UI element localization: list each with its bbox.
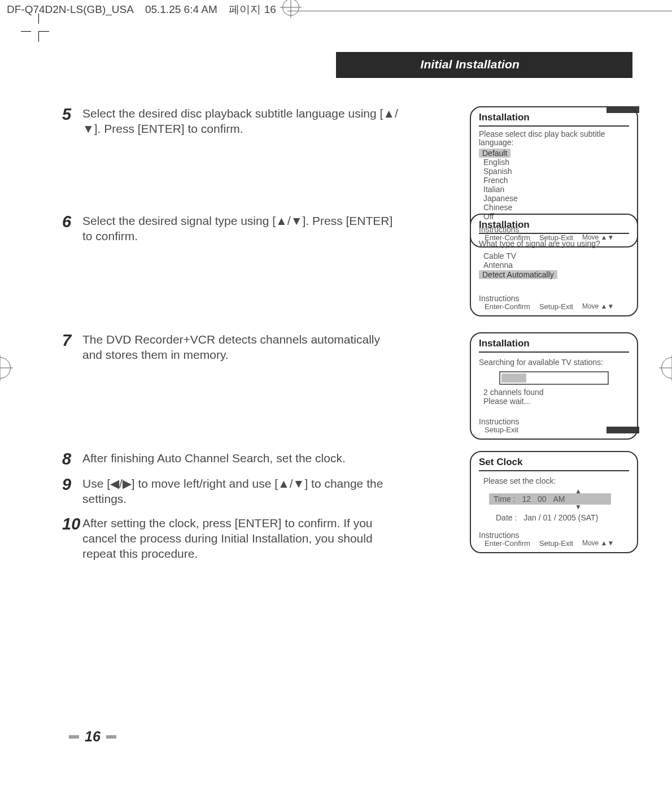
registration-mark-icon (280, 777, 306, 790)
clock-hour[interactable]: 12 (522, 494, 531, 503)
osd-wait: Please wait... (479, 397, 629, 406)
osd-footer: Enter-Confirm Setup-Exit Move ▲▼ (479, 302, 629, 311)
osd-hint-exit: Setup-Exit (539, 302, 573, 311)
header-rule (287, 11, 672, 11)
osd-signal-type: Installation What type of signal are you… (470, 214, 638, 316)
osd-option[interactable]: Cable TV (479, 251, 629, 261)
osd-hint-confirm: Enter-Confirm (485, 302, 530, 311)
clock-ampm[interactable]: AM (553, 494, 565, 503)
steps-column: 5 Select the desired disc playback subti… (62, 106, 566, 575)
step-number: 10 (62, 516, 82, 532)
osd-instructions-label: Instructions (479, 531, 629, 540)
step-number: 7 (62, 332, 82, 349)
step-text: Use [◀/▶] to move left/right and use [▲/… (82, 476, 399, 507)
osd-status: 2 channels found (479, 388, 629, 397)
step-text: After setting the clock, press [ENTER] t… (82, 516, 399, 562)
osd-option[interactable]: Japanese (479, 194, 629, 203)
manual-page: DF-Q74D2N-LS(GB)_USA 05.1.25 6:4 AM 페이지 … (0, 0, 672, 790)
registration-mark-icon (280, 0, 302, 18)
step-number: 6 (62, 214, 82, 230)
step-number: 9 (62, 476, 82, 493)
registration-mark-icon (0, 355, 13, 381)
osd-instructions-label: Instructions (479, 294, 629, 303)
osd-hint-confirm: Enter-Confirm (485, 539, 530, 548)
header-page-marker-label: 페이지 (229, 2, 261, 17)
section-title: Initial Installation (420, 58, 520, 71)
osd-option[interactable]: English (479, 158, 629, 167)
progress-fill (501, 374, 526, 383)
clock-time-row[interactable]: Time : 12 00 AM (489, 493, 611, 505)
progress-bar (499, 371, 609, 385)
step-number: 5 (62, 106, 82, 123)
osd-footer: Setup-Exit (479, 426, 629, 434)
step-number: 8 (62, 451, 82, 467)
osd-hint-move: Move ▲▼ (582, 302, 614, 311)
header-page-number: 16 (264, 3, 276, 16)
clock-minute[interactable]: 00 (538, 494, 547, 503)
step-text: Select the desired signal type using [▲/… (82, 214, 399, 244)
osd-lead: What type of signal are you using? (479, 240, 629, 248)
clock-time-label: Time : (494, 494, 515, 503)
osd-option[interactable]: Spanish (479, 167, 629, 176)
osd-option[interactable]: French (479, 176, 629, 185)
osd-option[interactable]: Chinese (479, 203, 629, 212)
osd-option-list: Cable TV Antenna Detect Automatically (479, 251, 629, 279)
down-arrow-icon[interactable]: ▼ (527, 503, 629, 510)
osd-title: Set Clock (479, 457, 629, 471)
print-header: DF-Q74D2N-LS(GB)_USA 05.1.25 6:4 AM 페이지 … (0, 0, 672, 18)
step-text: Select the desired disc playback subtitl… (82, 106, 399, 137)
osd-lead: Searching for available TV stations: (479, 358, 629, 367)
clock-date-value[interactable]: Jan / 01 / 2005 (SAT) (523, 513, 598, 522)
osd-channel-search: Installation Searching for available TV … (470, 332, 638, 440)
registration-mark-icon (659, 355, 672, 381)
step-text: After finishing Auto Channel Search, set… (82, 451, 346, 466)
osd-hint-exit: Setup-Exit (485, 426, 518, 434)
osd-lead: Please select disc play back subtitle la… (479, 130, 629, 147)
page-number-dash-icon (106, 735, 116, 739)
section-header-bar: Initial Installation (40, 52, 632, 78)
osd-title: Installation (479, 219, 629, 234)
osd-option[interactable]: Detect Automatically (479, 270, 557, 279)
osd-set-clock: Set Clock Please set the clock: ▲ Time :… (470, 451, 638, 553)
page-number-footer: 16 (69, 728, 116, 745)
crop-mark-icon (38, 31, 49, 42)
doc-timestamp: 05.1.25 6:4 AM (145, 3, 217, 16)
osd-title: Installation (479, 338, 629, 353)
osd-footer: Enter-Confirm Setup-Exit Move ▲▼ (479, 539, 629, 548)
osd-option[interactable]: Default (479, 149, 510, 158)
osd-hint-exit: Setup-Exit (539, 539, 573, 548)
doc-filename: DF-Q74D2N-LS(GB)_USA (7, 3, 134, 16)
osd-lead: Please set the clock: (479, 477, 629, 485)
osd-option-list: Default English Spanish French Italian J… (479, 149, 629, 222)
clock-date-row: Date : Jan / 01 / 2005 (SAT) (479, 514, 629, 522)
osd-hint-move: Move ▲▼ (582, 539, 614, 548)
page-number-value: 16 (85, 728, 101, 745)
osd-option[interactable]: Italian (479, 185, 629, 194)
osd-instructions-label: Instructions (479, 417, 629, 426)
osd-option[interactable]: Antenna (479, 261, 629, 270)
osd-title: Installation (479, 112, 629, 127)
page-number-dash-icon (69, 735, 79, 739)
step-text: The DVD Recorder+VCR detects channels au… (82, 332, 399, 363)
clock-date-label: Date : (496, 513, 517, 522)
